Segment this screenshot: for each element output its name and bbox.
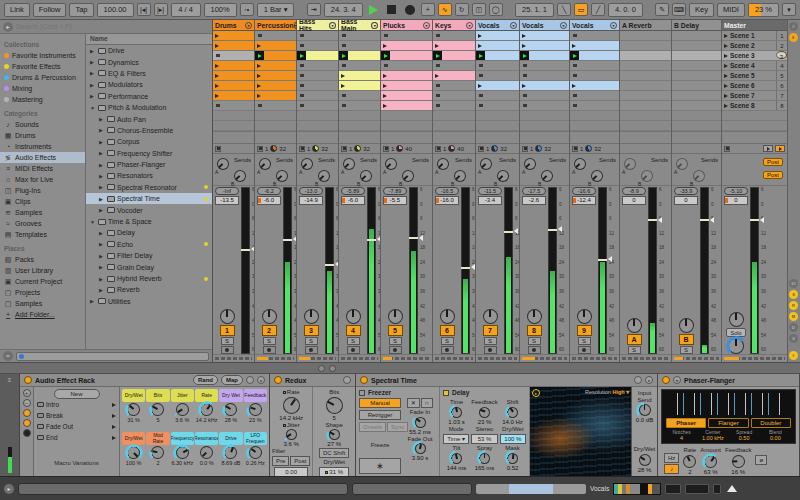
arm-button[interactable] (578, 346, 591, 354)
device-view-selector-icon[interactable] (329, 365, 336, 372)
pan-knob[interactable] (440, 309, 455, 324)
mode-tab-flanger[interactable]: Flanger (708, 418, 748, 428)
clip-slot[interactable] (297, 41, 338, 51)
volume-field[interactable]: -5.5 (383, 196, 407, 205)
device-activator-icon[interactable] (360, 376, 368, 384)
tree-item-modulators[interactable]: ▶Modulators (86, 79, 212, 90)
chevron-down-icon[interactable]: ▾ (560, 22, 567, 29)
volume-fader[interactable] (325, 187, 334, 354)
mask-knob[interactable] (507, 453, 518, 464)
pan-knob[interactable] (679, 318, 694, 333)
feedback-knob[interactable] (732, 455, 745, 468)
sidebar-item-midi-effects[interactable]: ≡MIDI Effects (0, 163, 85, 174)
peak-level-display[interactable]: -17.5 (522, 187, 546, 195)
arrangement-position-field[interactable]: 24. 3. 4 (324, 3, 363, 17)
empty-slot[interactable] (433, 121, 475, 131)
track-activator-button[interactable]: 8 (527, 325, 542, 336)
volume-fader[interactable] (648, 187, 657, 354)
track-header[interactable]: Plucks▾ (381, 20, 432, 31)
send-b-knob[interactable] (497, 170, 509, 182)
macro-knob[interactable] (151, 446, 164, 459)
volume-field[interactable]: -16.0 (435, 196, 459, 205)
empty-slot[interactable] (722, 121, 787, 131)
peak-level-display[interactable]: -33.9 (674, 187, 698, 195)
macro-knob[interactable] (176, 403, 189, 416)
track-header[interactable]: B Delay (672, 20, 721, 31)
scene-launch-icon[interactable] (724, 84, 728, 88)
param-value[interactable]: 1.00 kHz (697, 435, 728, 441)
send-b-knob[interactable] (641, 170, 653, 182)
volume-field[interactable]: -6.0 (341, 196, 365, 205)
caret-icon[interactable]: ▶ (90, 82, 96, 88)
macro-knob[interactable] (176, 446, 189, 459)
rack-title-bar[interactable]: Audio Effect Rack Rand Map ◌ ● (20, 374, 269, 387)
peak-level-display[interactable]: -Inf (215, 187, 239, 195)
jitter-knob[interactable] (286, 429, 297, 440)
macro-knob[interactable] (151, 403, 164, 416)
scene-launch-icon[interactable] (724, 44, 728, 48)
solo-button[interactable]: S (347, 337, 360, 345)
drywet-field[interactable]: 31 % (319, 467, 349, 476)
scene-row[interactable]: Scene 33 (722, 51, 787, 61)
clip-slot[interactable] (381, 71, 432, 81)
clip-slot[interactable] (339, 81, 380, 91)
fade-out-knob[interactable] (415, 443, 426, 454)
fader-handle[interactable] (283, 239, 292, 241)
filter-post-button[interactable]: Post (290, 456, 310, 466)
session-record-button[interactable]: ◯ (489, 3, 503, 16)
clip-slot[interactable] (255, 71, 296, 81)
dc-shift-button[interactable]: DC Shift (319, 448, 349, 458)
peak-level-display[interactable]: -6.2 (257, 187, 281, 195)
scene-launch-icon[interactable] (724, 94, 728, 98)
scene-row[interactable]: Scene 77 (722, 91, 787, 101)
sidebar-item-templates[interactable]: ▤Templates (0, 229, 85, 240)
tree-item-pitch-modulation[interactable]: ▼Pitch & Modulation (86, 102, 212, 113)
pan-knob[interactable] (304, 309, 319, 324)
empty-slot[interactable] (255, 121, 296, 131)
automation-arm-button[interactable]: ∿ (438, 3, 452, 16)
launch-variation-icon[interactable] (112, 414, 116, 418)
amount-knob[interactable] (704, 455, 717, 468)
clip-slot[interactable] (476, 71, 519, 81)
midi-map-button[interactable]: MIDI (717, 3, 745, 17)
scene-launch-icon[interactable] (724, 54, 728, 58)
clip-slot[interactable] (520, 101, 569, 111)
pan-knob[interactable] (577, 309, 592, 324)
sidebar-item-grooves[interactable]: ≈Grooves (0, 218, 85, 229)
sidebar-item-favorite-instruments[interactable]: Favorite Instruments (0, 50, 85, 61)
toggle-x[interactable]: X (789, 334, 798, 343)
resolution-control[interactable]: Resolution High ▾ (585, 389, 629, 395)
track-activator-button[interactable]: 4 (346, 325, 361, 336)
pan-knob[interactable] (220, 309, 235, 324)
time-signature-field[interactable]: 4 / 4 (171, 3, 201, 17)
clip-slot[interactable] (672, 51, 721, 61)
clip-slot[interactable] (255, 41, 296, 51)
chevron-down-icon[interactable]: ▾ (423, 22, 430, 29)
chevron-down-icon[interactable]: ▾ (610, 22, 617, 29)
clip-slot[interactable] (433, 91, 475, 101)
clip-slot[interactable] (213, 91, 254, 101)
volume-fader[interactable] (598, 187, 607, 354)
send-a-knob[interactable] (624, 158, 636, 170)
tree-item-performance[interactable]: ▶Performance (86, 91, 212, 102)
stop-all-icon[interactable] (763, 145, 773, 152)
volume-field[interactable]: -12.4 (572, 196, 596, 205)
param-value[interactable]: 0.50 (729, 435, 760, 441)
track-activator-button[interactable]: 3 (304, 325, 319, 336)
chevron-down-icon[interactable]: ▾ (371, 22, 378, 29)
clip-stop-button[interactable] (478, 146, 484, 152)
clip-slot[interactable] (213, 61, 254, 71)
clip-slot[interactable] (672, 31, 721, 41)
macro-knob[interactable] (200, 446, 213, 459)
quantization-menu[interactable]: 1 Bar ▾ (257, 3, 295, 17)
sidebar-item-instruments[interactable]: ◔Instruments (0, 141, 85, 152)
freezer-toggle[interactable] (359, 390, 365, 396)
feedback-invert-button[interactable]: ø (755, 455, 767, 465)
bits-knob[interactable] (326, 397, 343, 414)
scene-row[interactable]: Scene 66 (722, 81, 787, 91)
peak-level-display[interactable]: -5.89 (341, 187, 365, 195)
chevron-down-icon[interactable]: ▾ (329, 22, 336, 29)
clip-slot[interactable] (620, 71, 671, 81)
scene-launch-icon[interactable] (724, 104, 728, 108)
clip-stop-button[interactable] (215, 146, 221, 152)
